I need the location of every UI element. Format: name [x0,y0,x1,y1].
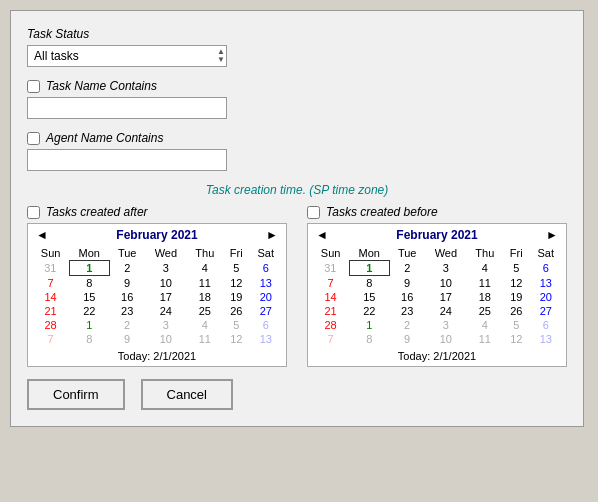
created-after-checkbox-row: Tasks created after [27,205,287,219]
list-item[interactable]: 5 [503,261,530,276]
list-item[interactable]: 21 [32,304,69,318]
list-item[interactable]: 27 [530,304,562,318]
list-item[interactable]: 4 [187,261,223,276]
list-item[interactable]: 11 [467,332,503,346]
list-item[interactable]: 7 [32,332,69,346]
list-item[interactable]: 3 [145,261,187,276]
list-item[interactable]: 31 [32,261,69,276]
list-item[interactable]: 20 [250,290,282,304]
col-sat: Sat [250,246,282,261]
list-item[interactable]: 2 [389,261,425,276]
list-item[interactable]: 1 [349,261,389,276]
cal-before-next-button[interactable]: ► [542,228,562,242]
list-item[interactable]: 1 [69,261,109,276]
list-item[interactable]: 24 [425,304,467,318]
list-item[interactable]: 10 [145,276,187,291]
list-item[interactable]: 28 [312,318,349,332]
list-item[interactable]: 15 [349,290,389,304]
list-item[interactable]: 10 [425,276,467,291]
list-item[interactable]: 5 [223,318,250,332]
agent-name-checkbox[interactable] [27,132,40,145]
list-item[interactable]: 10 [145,332,187,346]
cancel-button[interactable]: Cancel [141,379,233,410]
list-item[interactable]: 22 [349,304,389,318]
list-item[interactable]: 13 [530,332,562,346]
list-item[interactable]: 21 [312,304,349,318]
list-item[interactable]: 13 [250,276,282,291]
list-item[interactable]: 8 [69,332,109,346]
agent-name-input[interactable] [27,149,227,171]
list-item[interactable]: 6 [530,261,562,276]
list-item[interactable]: 5 [503,318,530,332]
list-item[interactable]: 3 [145,318,187,332]
list-item[interactable]: 9 [389,332,425,346]
list-item[interactable]: 6 [530,318,562,332]
list-item[interactable]: 23 [389,304,425,318]
list-item[interactable]: 3 [425,261,467,276]
list-item[interactable]: 20 [530,290,562,304]
created-after-checkbox[interactable] [27,206,40,219]
list-item[interactable]: 8 [349,332,389,346]
list-item[interactable]: 26 [223,304,250,318]
list-item[interactable]: 22 [69,304,109,318]
list-item[interactable]: 11 [187,332,223,346]
list-item[interactable]: 12 [503,332,530,346]
list-item[interactable]: 2 [109,261,145,276]
created-before-checkbox[interactable] [307,206,320,219]
task-status-select[interactable]: All tasksActiveCompletedPending [27,45,227,67]
cal-after-next-button[interactable]: ► [262,228,282,242]
list-item[interactable]: 6 [250,318,282,332]
list-item[interactable]: 23 [109,304,145,318]
list-item[interactable]: 11 [467,276,503,291]
list-item[interactable]: 6 [250,261,282,276]
list-item[interactable]: 7 [32,276,69,291]
list-item[interactable]: 25 [187,304,223,318]
list-item[interactable]: 31 [312,261,349,276]
list-item[interactable]: 11 [187,276,223,291]
list-item[interactable]: 24 [145,304,187,318]
list-item[interactable]: 2 [389,318,425,332]
list-item[interactable]: 9 [109,276,145,291]
list-item[interactable]: 27 [250,304,282,318]
list-item[interactable]: 19 [223,290,250,304]
list-item[interactable]: 16 [109,290,145,304]
cal-after-thead: Sun Mon Tue Wed Thu Fri Sat [32,246,282,261]
list-item[interactable]: 2 [109,318,145,332]
list-item[interactable]: 4 [187,318,223,332]
list-item[interactable]: 12 [223,332,250,346]
list-item[interactable]: 8 [69,276,109,291]
list-item[interactable]: 16 [389,290,425,304]
list-item[interactable]: 9 [389,276,425,291]
list-item[interactable]: 7 [312,276,349,291]
list-item[interactable]: 18 [187,290,223,304]
list-item[interactable]: 15 [69,290,109,304]
list-item[interactable]: 17 [425,290,467,304]
list-item[interactable]: 4 [467,318,503,332]
list-item[interactable]: 12 [503,276,530,291]
cal-before-prev-button[interactable]: ◄ [312,228,332,242]
list-item[interactable]: 4 [467,261,503,276]
list-item[interactable]: 12 [223,276,250,291]
list-item[interactable]: 18 [467,290,503,304]
list-item[interactable]: 25 [467,304,503,318]
list-item[interactable]: 14 [32,290,69,304]
list-item[interactable]: 9 [109,332,145,346]
list-item[interactable]: 8 [349,276,389,291]
confirm-button[interactable]: Confirm [27,379,125,410]
list-item[interactable]: 10 [425,332,467,346]
list-item[interactable]: 28 [32,318,69,332]
list-item[interactable]: 13 [250,332,282,346]
list-item[interactable]: 14 [312,290,349,304]
task-name-input[interactable] [27,97,227,119]
list-item[interactable]: 13 [530,276,562,291]
list-item[interactable]: 7 [312,332,349,346]
list-item[interactable]: 1 [69,318,109,332]
list-item[interactable]: 3 [425,318,467,332]
task-name-checkbox[interactable] [27,80,40,93]
list-item[interactable]: 1 [349,318,389,332]
list-item[interactable]: 5 [223,261,250,276]
cal-after-prev-button[interactable]: ◄ [32,228,52,242]
list-item[interactable]: 26 [503,304,530,318]
list-item[interactable]: 17 [145,290,187,304]
list-item[interactable]: 19 [503,290,530,304]
